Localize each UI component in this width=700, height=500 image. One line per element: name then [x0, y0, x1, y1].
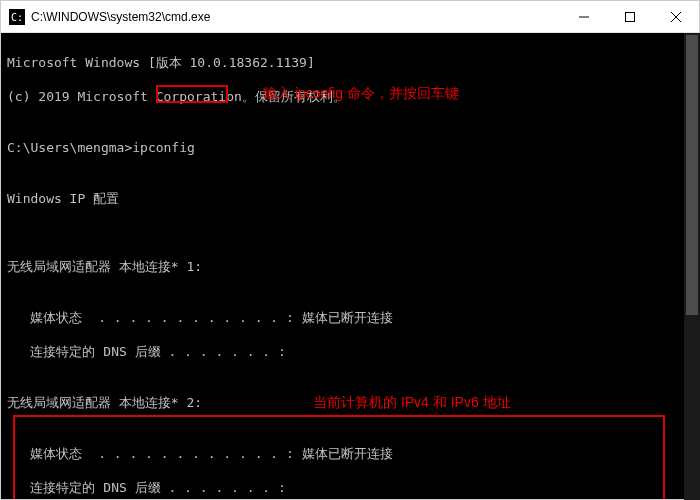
ipconfig-title: Windows IP 配置: [7, 190, 693, 207]
scrollbar-thumb[interactable]: [686, 35, 698, 315]
terminal-output[interactable]: Microsoft Windows [版本 10.0.18362.1139] (…: [1, 33, 699, 499]
adapter2-media: 媒体状态 . . . . . . . . . . . . : 媒体已断开连接: [7, 445, 693, 462]
version-line: Microsoft Windows [版本 10.0.18362.1139]: [7, 54, 693, 71]
window-title: C:\WINDOWS\system32\cmd.exe: [31, 10, 561, 24]
svg-text:C:: C:: [11, 12, 23, 23]
annotation-command-hint: 输入 ipconfig 命令，并按回车键: [263, 85, 459, 102]
prompt-ipconfig: C:\Users\mengma>ipconfig: [7, 139, 693, 156]
adapter1-dns: 连接特定的 DNS 后缀 . . . . . . . :: [7, 343, 693, 360]
titlebar: C: C:\WINDOWS\system32\cmd.exe: [1, 1, 699, 33]
svg-rect-3: [626, 12, 635, 21]
maximize-button[interactable]: [607, 1, 653, 32]
close-button[interactable]: [653, 1, 699, 32]
adapter2-dns: 连接特定的 DNS 后缀 . . . . . . . :: [7, 479, 693, 496]
adapter1-media: 媒体状态 . . . . . . . . . . . . : 媒体已断开连接: [7, 309, 693, 326]
window-controls: [561, 1, 699, 32]
cmd-icon: C:: [9, 9, 25, 25]
minimize-button[interactable]: [561, 1, 607, 32]
vertical-scrollbar[interactable]: [684, 33, 700, 500]
cmd-window: C: C:\WINDOWS\system32\cmd.exe Microsoft…: [0, 0, 700, 500]
annotation-ip-hint: 当前计算机的 IPv4 和 IPv6 地址: [313, 394, 511, 411]
adapter1-title: 无线局域网适配器 本地连接* 1:: [7, 258, 693, 275]
